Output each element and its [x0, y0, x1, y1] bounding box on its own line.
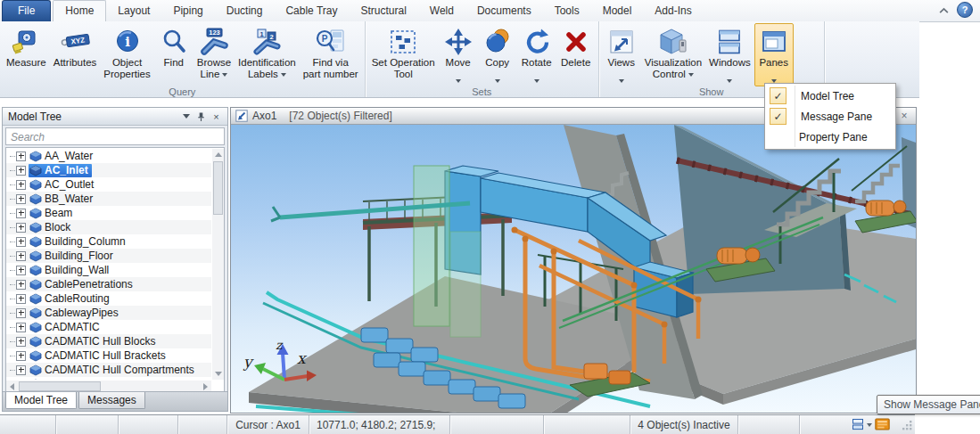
tab-piping[interactable]: Piping — [161, 1, 214, 21]
viewport-canvas[interactable]: y z x — [231, 125, 916, 413]
model-tree-panel: Model Tree × AA_Water AC_Inlet AC_Outlet… — [2, 107, 228, 412]
tab-file[interactable]: File — [2, 0, 51, 21]
expand-icon[interactable] — [16, 337, 26, 347]
tree-item[interactable]: Beam — [6, 206, 211, 220]
pipe-labels-icon: 12 — [251, 27, 283, 57]
browse-line-button[interactable]: 123 Browse Line — [194, 23, 235, 86]
tree-connector — [10, 356, 15, 356]
expand-icon[interactable] — [16, 323, 26, 332]
identification-labels-button[interactable]: 12 Identification Labels — [235, 23, 300, 86]
copy-button[interactable]: Copy — [478, 23, 517, 86]
info-circle-icon: i — [111, 27, 144, 57]
attributes-tag-icon: XYZ — [59, 27, 91, 57]
expand-icon[interactable] — [16, 151, 26, 161]
visualization-control-button[interactable]: Visualization Control — [641, 23, 705, 86]
find-button[interactable]: Find — [154, 23, 194, 86]
expand-icon[interactable] — [16, 180, 26, 190]
resize-grip[interactable] — [902, 420, 912, 433]
scroll-right-icon[interactable] — [203, 383, 208, 390]
tree-item[interactable]: AC_Outlet — [6, 177, 211, 192]
expand-icon[interactable] — [16, 251, 26, 261]
tree-item[interactable]: CADMATIC — [6, 320, 211, 334]
search-input[interactable] — [6, 129, 224, 145]
status-icon-area — [800, 415, 915, 434]
expand-icon[interactable] — [16, 166, 26, 176]
tree-item[interactable]: CableRouting — [6, 291, 211, 306]
scrollbar-thumb[interactable] — [213, 161, 223, 215]
panel-menu-icon[interactable] — [178, 110, 194, 123]
tab-documents[interactable]: Documents — [465, 1, 543, 21]
panes-button[interactable]: Panes — [754, 23, 794, 86]
split-view-icon[interactable] — [852, 418, 864, 433]
measure-button[interactable]: Measure — [3, 23, 50, 86]
panel-tab-messages[interactable]: Messages — [78, 392, 145, 409]
scroll-up-icon[interactable] — [215, 152, 222, 157]
attributes-button[interactable]: XYZ Attributes — [50, 23, 101, 86]
expand-icon[interactable] — [16, 194, 26, 204]
tree-item[interactable]: CablewayPipes — [6, 306, 211, 320]
expand-icon[interactable] — [16, 280, 26, 290]
tree-item[interactable]: CablePenetrations — [6, 277, 211, 291]
tab-model[interactable]: Model — [591, 1, 644, 21]
tree-item[interactable]: BB_Water — [6, 192, 211, 206]
tree-item[interactable]: Building_Floor — [6, 249, 211, 263]
expand-icon[interactable] — [16, 365, 26, 375]
tree-item[interactable]: CADMATIC Hull Plates — [6, 377, 211, 380]
move-button[interactable]: Move — [439, 23, 478, 86]
tree-item[interactable]: Building_Column — [6, 234, 211, 249]
help-icon[interactable]: ? — [957, 2, 973, 18]
menu-item-message-pane[interactable]: ✓ Message Pane — [765, 106, 895, 127]
pipe-123-icon: 123 — [198, 27, 230, 57]
menu-item-property-pane[interactable]: Property Pane — [765, 127, 895, 147]
split-view-dropdown-icon[interactable] — [867, 423, 872, 427]
expand-icon[interactable] — [16, 223, 26, 233]
expand-icon[interactable] — [16, 294, 26, 304]
magnifier-icon — [158, 27, 190, 57]
tree-item-selected[interactable]: AC_Inlet — [6, 163, 211, 177]
tree-item[interactable]: CADMATIC Hull Brackets — [6, 348, 211, 363]
scrollbar-thumb[interactable] — [19, 381, 101, 391]
rotate-button[interactable]: Rotate — [517, 23, 556, 86]
tree-item[interactable]: AA_Water — [6, 149, 211, 163]
tree-item[interactable]: Block — [6, 220, 211, 234]
menu-item-model-tree[interactable]: ✓ Model Tree — [765, 86, 895, 106]
tab-add-ins[interactable]: Add-Ins — [643, 1, 703, 21]
3d-model-scene[interactable]: y z x — [231, 125, 916, 413]
views-button[interactable]: Views — [602, 23, 641, 86]
tab-ducting[interactable]: Ducting — [215, 1, 275, 21]
expand-icon[interactable] — [16, 308, 26, 318]
model-node-icon — [29, 364, 42, 376]
stacked-windows-icon — [713, 27, 745, 57]
find-via-part-number-button[interactable]: P Find via part number — [300, 23, 362, 86]
checkmark-icon: ✓ — [770, 108, 786, 125]
tree-item[interactable]: CADMATIC Hull Blocks — [6, 334, 211, 348]
scroll-down-icon[interactable] — [215, 372, 222, 376]
tab-layout[interactable]: Layout — [106, 1, 161, 21]
tree-item[interactable]: CADMATIC Hull Compartments — [6, 363, 211, 377]
object-properties-button[interactable]: i Object Properties — [100, 23, 153, 86]
expand-icon[interactable] — [16, 266, 26, 275]
message-pane-icon[interactable] — [875, 418, 890, 433]
tab-tools[interactable]: Tools — [543, 1, 591, 21]
expand-icon[interactable] — [16, 351, 26, 361]
viewport-close-icon[interactable]: × — [897, 110, 911, 122]
pin-icon[interactable] — [194, 110, 209, 123]
windows-button[interactable]: Windows — [705, 23, 754, 86]
svg-text:123: 123 — [209, 29, 220, 37]
scroll-left-icon[interactable] — [10, 383, 14, 390]
expand-icon[interactable] — [16, 237, 26, 247]
tab-weld[interactable]: Weld — [418, 1, 465, 21]
tab-home[interactable]: Home — [53, 0, 106, 22]
expand-icon[interactable] — [16, 380, 26, 381]
expand-icon[interactable] — [16, 209, 26, 218]
delete-button[interactable]: Delete — [556, 23, 596, 86]
tab-structural[interactable]: Structural — [349, 1, 417, 21]
tree-vertical-scrollbar[interactable] — [212, 149, 224, 380]
tab-cable-tray[interactable]: Cable Tray — [274, 1, 349, 21]
collapse-ribbon-icon[interactable] — [938, 2, 950, 18]
panel-tab-model-tree[interactable]: Model Tree — [5, 392, 77, 409]
viewport-window: Axo1 [72 Object(s) Filtered] × — [230, 107, 917, 414]
set-operation-tool-button[interactable]: Set Operation Tool — [368, 23, 439, 86]
close-panel-icon[interactable]: × — [209, 110, 224, 123]
tree-item[interactable]: Building_Wall — [6, 263, 211, 277]
